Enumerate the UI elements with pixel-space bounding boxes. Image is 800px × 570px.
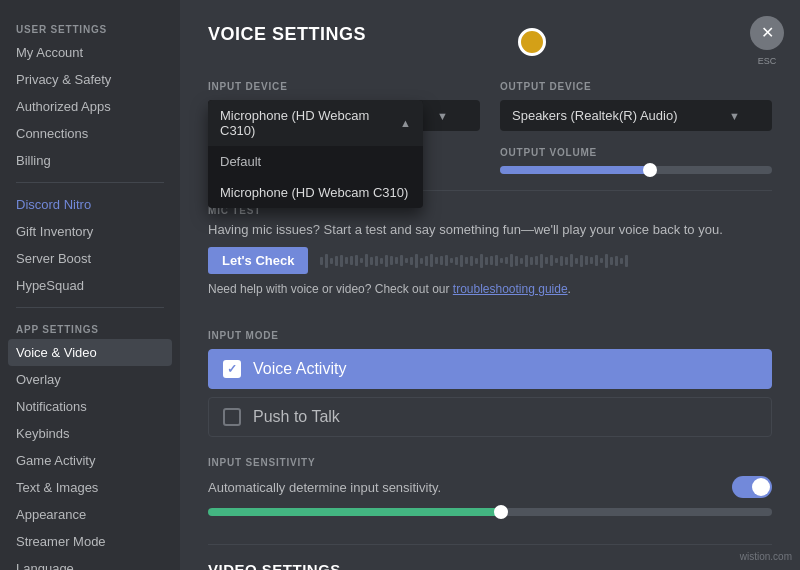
mic-bar [600, 258, 603, 263]
mic-bar [515, 256, 518, 266]
page-title: VOICE SETTINGS [208, 24, 772, 45]
divider-2 [16, 307, 164, 308]
mic-bar [550, 255, 553, 266]
sidebar: USER SETTINGS My Account Privacy & Safet… [0, 0, 180, 570]
voice-activity-option[interactable]: ✓ Voice Activity [208, 349, 772, 389]
mic-bar [410, 257, 413, 265]
mic-bar [460, 255, 463, 267]
chevron-down-icon: ▼ [437, 110, 448, 122]
device-row: INPUT DEVICE Microphone (HD Webcam C310)… [208, 65, 772, 174]
mic-bar [440, 256, 443, 265]
mic-bar [490, 256, 493, 265]
sidebar-item-hypesquad[interactable]: HypeSquad [8, 272, 172, 299]
mic-bar [455, 257, 458, 265]
output-device-col: OUTPUT DEVICE Speakers (Realtek(R) Audio… [500, 65, 772, 174]
dropdown-option-default[interactable]: Default [208, 146, 423, 177]
output-device-selected[interactable]: Speakers (Realtek(R) Audio) ▼ [500, 100, 772, 131]
mic-bar [430, 254, 433, 267]
sidebar-item-appearance[interactable]: Appearance [8, 501, 172, 528]
mic-bar [330, 258, 333, 264]
sensitivity-slider[interactable] [208, 508, 772, 516]
sidebar-item-streamer-mode[interactable]: Streamer Mode [8, 528, 172, 555]
sidebar-item-gift-inventory[interactable]: Gift Inventory [8, 218, 172, 245]
mic-bar [350, 256, 353, 265]
mic-bar [555, 258, 558, 263]
troubleshoot-text: Need help with voice or video? Check out… [208, 282, 772, 296]
mic-test-desc: Having mic issues? Start a test and say … [208, 222, 772, 237]
mic-bar [585, 256, 588, 265]
output-volume-thumb[interactable] [643, 163, 657, 177]
mic-bar [545, 257, 548, 264]
sensitivity-thumb[interactable] [494, 505, 508, 519]
mic-test-section: MIC TEST Having mic issues? Start a test… [208, 190, 772, 310]
app-settings-label: APP SETTINGS [8, 316, 172, 339]
mic-bar [415, 254, 418, 268]
mic-bar [375, 256, 378, 266]
sidebar-item-voice-video[interactable]: Voice & Video [8, 339, 172, 366]
input-device-col: INPUT DEVICE Microphone (HD Webcam C310)… [208, 65, 480, 174]
input-sensitivity-label: INPUT SENSITIVITY [208, 457, 772, 468]
sidebar-item-server-boost[interactable]: Server Boost [8, 245, 172, 272]
mic-bar [450, 258, 453, 263]
input-device-label: INPUT DEVICE [208, 81, 480, 92]
output-volume-slider[interactable] [500, 166, 772, 174]
mic-bar [435, 257, 438, 264]
chevron-up-icon: ▲ [400, 117, 411, 129]
mic-bar [560, 256, 563, 266]
mic-bar [565, 257, 568, 265]
video-settings-section: VIDEO SETTINGS CAMERA Logitech HD Webcam… [208, 544, 772, 570]
push-to-talk-checkbox [223, 408, 241, 426]
mic-bar [500, 258, 503, 263]
mic-bar [345, 257, 348, 264]
sidebar-item-notifications[interactable]: Notifications [8, 393, 172, 420]
output-volume-label: OUTPUT VOLUME [500, 147, 772, 158]
mic-bar [380, 258, 383, 264]
dropdown-header[interactable]: Microphone (HD Webcam C310) ▲ [208, 100, 423, 146]
input-mode-section: INPUT MODE ✓ Voice Activity Push to Talk [208, 330, 772, 437]
sidebar-item-keybinds[interactable]: Keybinds [8, 420, 172, 447]
mic-bar [445, 255, 448, 266]
sensitivity-section: INPUT SENSITIVITY Automatically determin… [208, 457, 772, 516]
main-content: ✕ ESC VOICE SETTINGS INPUT DEVICE Microp… [180, 0, 800, 570]
mic-bar [320, 257, 323, 265]
sidebar-item-my-account[interactable]: My Account [8, 39, 172, 66]
mic-bar [510, 254, 513, 267]
chevron-down-icon-output: ▼ [729, 110, 740, 122]
mic-bar [605, 254, 608, 268]
mic-bar [535, 256, 538, 265]
mic-bar [400, 255, 403, 266]
sidebar-item-authorized-apps[interactable]: Authorized Apps [8, 93, 172, 120]
mic-bar [385, 255, 388, 267]
mic-bar [525, 255, 528, 267]
mic-bar [610, 257, 613, 265]
mic-bar [360, 258, 363, 263]
sidebar-item-overlay[interactable]: Overlay [8, 366, 172, 393]
sidebar-item-text-images[interactable]: Text & Images [8, 474, 172, 501]
mic-bar [340, 255, 343, 267]
mic-bar [465, 257, 468, 264]
sidebar-item-privacy-safety[interactable]: Privacy & Safety [8, 66, 172, 93]
push-to-talk-option[interactable]: Push to Talk [208, 397, 772, 437]
mic-bar [520, 258, 523, 264]
lets-check-button[interactable]: Let's Check [208, 247, 308, 274]
troubleshoot-link[interactable]: troubleshooting guide [453, 282, 568, 296]
mic-bar [405, 258, 408, 263]
mic-bar [625, 255, 628, 267]
mic-bar [390, 256, 393, 265]
dropdown-option-microphone[interactable]: Microphone (HD Webcam C310) [208, 177, 423, 208]
watermark: wistion.com [740, 551, 792, 562]
auto-sensitivity-toggle[interactable] [732, 476, 772, 498]
sidebar-item-billing[interactable]: Billing [8, 147, 172, 174]
voice-activity-checkbox: ✓ [223, 360, 241, 378]
mic-bar [590, 257, 593, 264]
mic-bar [615, 256, 618, 266]
mic-bar [370, 257, 373, 265]
esc-button[interactable]: ✕ ESC [750, 16, 784, 50]
sidebar-item-language[interactable]: Language [8, 555, 172, 570]
mic-bar [495, 255, 498, 266]
mic-bar [425, 256, 428, 266]
sidebar-item-game-activity[interactable]: Game Activity [8, 447, 172, 474]
sidebar-item-connections[interactable]: Connections [8, 120, 172, 147]
sidebar-item-discord-nitro[interactable]: Discord Nitro [8, 191, 172, 218]
user-settings-label: USER SETTINGS [8, 16, 172, 39]
